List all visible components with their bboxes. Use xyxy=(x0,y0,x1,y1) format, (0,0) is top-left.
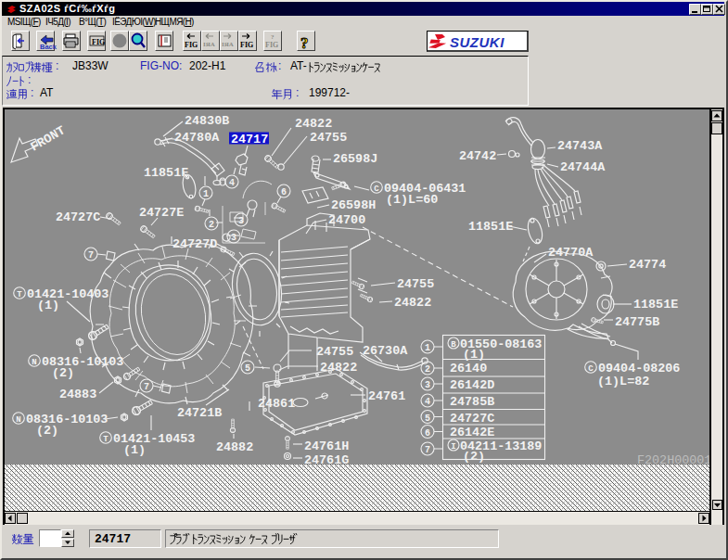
svg-text:24774: 24774 xyxy=(629,258,666,272)
svg-text:24785B: 24785B xyxy=(450,395,494,409)
svg-text:6: 6 xyxy=(425,428,430,439)
svg-text:N: N xyxy=(32,358,36,367)
svg-text:24744A: 24744A xyxy=(560,160,606,174)
svg-text:7: 7 xyxy=(88,250,94,261)
svg-text:C: C xyxy=(588,364,594,374)
svg-text:C: C xyxy=(374,185,379,194)
svg-text:F202H00001: F202H00001 xyxy=(637,453,709,467)
svg-text:24755: 24755 xyxy=(316,345,353,359)
svg-text:24761: 24761 xyxy=(368,389,405,403)
svg-text:6: 6 xyxy=(281,187,287,197)
svg-text:24743A: 24743A xyxy=(557,139,603,153)
svg-text:24770A: 24770A xyxy=(548,246,594,260)
svg-text:26140: 26140 xyxy=(450,362,487,375)
svg-text:3: 3 xyxy=(425,380,430,390)
svg-text:1: 1 xyxy=(203,189,209,199)
svg-text:26598H: 26598H xyxy=(331,198,376,212)
svg-text:B: B xyxy=(451,340,456,350)
svg-text:(2): (2) xyxy=(52,366,74,380)
svg-text:24761G: 24761G xyxy=(304,453,349,467)
svg-text:24775B: 24775B xyxy=(615,315,659,329)
svg-text:24727D: 24727D xyxy=(172,237,217,251)
svg-text:?: ? xyxy=(271,33,275,41)
svg-text:09404-08206: 09404-08206 xyxy=(598,362,680,375)
svg-text:11851F: 11851F xyxy=(144,166,188,180)
svg-text:ІЯА: ІЯА xyxy=(222,41,234,48)
svg-text:T: T xyxy=(17,290,22,299)
svg-text:24830B: 24830B xyxy=(185,114,229,128)
svg-text:3: 3 xyxy=(238,216,244,226)
svg-text:(2): (2) xyxy=(463,450,485,464)
svg-text:?: ? xyxy=(300,34,309,52)
svg-text:2: 2 xyxy=(425,364,430,375)
svg-text:(1): (1) xyxy=(123,443,146,457)
svg-text:26598J: 26598J xyxy=(333,152,377,166)
svg-text:24883: 24883 xyxy=(59,388,96,401)
svg-text:24727C: 24727C xyxy=(56,210,100,224)
svg-text:5: 5 xyxy=(425,414,430,424)
svg-text:24822: 24822 xyxy=(295,117,332,131)
svg-text:(1)L=82: (1)L=82 xyxy=(597,375,649,388)
svg-text:24755: 24755 xyxy=(310,131,347,145)
svg-text:24861: 24861 xyxy=(258,397,295,411)
svg-text:(2): (2) xyxy=(36,424,58,438)
svg-text:4: 4 xyxy=(229,178,235,188)
svg-text:24727C: 24727C xyxy=(450,412,494,426)
svg-text:3: 3 xyxy=(231,233,236,243)
svg-text:SUZUKI: SUZUKI xyxy=(450,34,504,50)
svg-text:24727E: 24727E xyxy=(139,206,184,220)
svg-text:24721B: 24721B xyxy=(177,406,222,420)
svg-text:26142E: 26142E xyxy=(450,426,494,439)
svg-text:I: I xyxy=(451,442,455,452)
svg-text:2: 2 xyxy=(209,220,214,230)
svg-text:N: N xyxy=(16,415,20,425)
svg-text:1: 1 xyxy=(425,343,430,353)
svg-text:Back: Back xyxy=(40,43,57,51)
svg-text:24822: 24822 xyxy=(394,296,431,310)
svg-text:7: 7 xyxy=(425,445,430,455)
svg-text:24742: 24742 xyxy=(459,149,496,163)
svg-text:ІЯА: ІЯА xyxy=(203,41,215,48)
svg-text:FIG: FIG xyxy=(92,38,105,46)
svg-text:(1): (1) xyxy=(463,348,485,362)
svg-text:FIG: FIG xyxy=(240,41,253,49)
svg-text:24761H: 24761H xyxy=(304,439,349,453)
svg-text:FIG: FIG xyxy=(185,41,198,49)
svg-text:26142D: 26142D xyxy=(450,378,494,392)
svg-text:11851E: 11851E xyxy=(633,298,678,312)
svg-text:24882: 24882 xyxy=(216,440,253,454)
svg-text:T: T xyxy=(103,435,109,444)
svg-text:FIG: FIG xyxy=(265,41,278,49)
svg-text:24700: 24700 xyxy=(328,213,365,227)
svg-text:(1): (1) xyxy=(37,299,59,312)
svg-text:24822: 24822 xyxy=(320,361,357,375)
svg-text:24755: 24755 xyxy=(397,277,434,291)
svg-text:24717: 24717 xyxy=(231,133,268,146)
svg-text:26730A: 26730A xyxy=(363,344,408,358)
svg-text:11851E: 11851E xyxy=(468,220,513,234)
svg-text:24780A: 24780A xyxy=(174,131,220,145)
svg-text:4: 4 xyxy=(425,397,430,407)
svg-text:7: 7 xyxy=(144,382,149,392)
svg-text:5: 5 xyxy=(245,363,250,374)
svg-text:(1)L=60: (1)L=60 xyxy=(386,193,438,207)
